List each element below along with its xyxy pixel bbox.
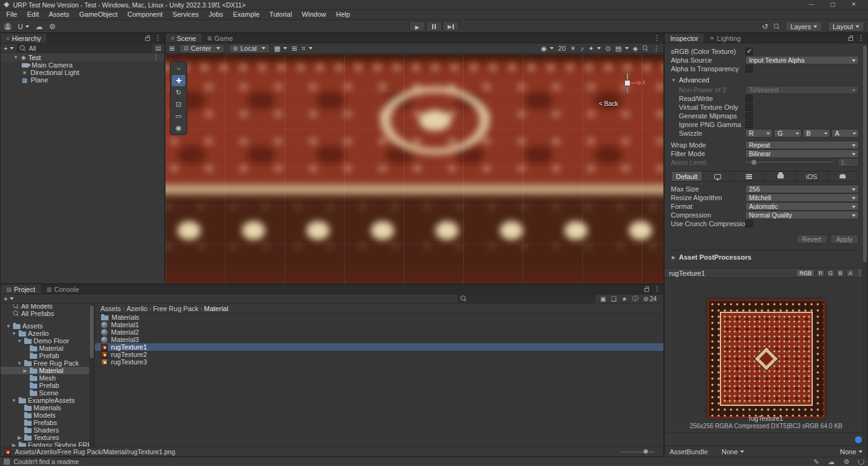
channel-rgb-button[interactable]: RGB xyxy=(796,269,815,277)
pause-button[interactable] xyxy=(426,21,442,32)
lock-icon[interactable] xyxy=(145,37,150,41)
scene-visibility-toggle[interactable]: ⊙ xyxy=(605,45,611,53)
tree-item-azerilo[interactable]: Azerilo xyxy=(1,330,89,337)
file-item-rugtexture2[interactable]: rugTexture2 xyxy=(95,351,663,358)
snap-increment-icon[interactable]: ⊞ xyxy=(291,45,297,53)
alpha-source-dropdown[interactable]: Input Texture Alpha xyxy=(745,56,859,64)
panel-menu-icon[interactable]: ⋮ xyxy=(653,286,660,292)
close-button[interactable]: ✕ xyxy=(843,0,864,9)
save-search-icon[interactable]: ★ xyxy=(622,296,627,302)
channel-r-button[interactable]: R xyxy=(817,269,825,277)
assetbundle-dropdown[interactable]: None xyxy=(722,448,744,455)
platform-tab-server[interactable] xyxy=(734,172,765,181)
wrap-mode-dropdown[interactable]: Repeat xyxy=(745,141,859,149)
tab-scene[interactable]: #Scene xyxy=(166,33,202,43)
file-item-materials[interactable]: Materials xyxy=(95,314,663,321)
thumbnail-size-slider[interactable] xyxy=(620,448,655,455)
scene-lighting-toggle[interactable]: ☀ xyxy=(570,45,576,53)
hierarchy-item-main-camera[interactable]: Main Camera xyxy=(1,61,164,69)
menu-help[interactable]: Help xyxy=(331,10,355,19)
panel-menu-icon[interactable]: ⋮ xyxy=(653,35,660,42)
tree-item-fantasy-skybox[interactable]: Fantasy Skybox FREE xyxy=(1,441,89,447)
tree-item-materials[interactable]: Materials xyxy=(1,404,89,411)
menu-example[interactable]: Example xyxy=(228,10,265,19)
file-item-rugtexture1[interactable]: rugTexture1 xyxy=(95,343,663,351)
tab-project[interactable]: ▤Project xyxy=(1,284,41,294)
scene-viewport[interactable]: ☞ ✚ ↻ ⊡ ▭ ◉ x < Back xyxy=(166,55,663,283)
overlay-menu-icon[interactable]: ⊞ xyxy=(169,45,175,53)
search-by-type-icon[interactable]: ▣ xyxy=(600,296,606,302)
revert-button[interactable]: Revert xyxy=(796,234,828,244)
orientation-dropdown[interactable]: ◍Local xyxy=(229,44,270,53)
cloud-icon[interactable]: ☁ xyxy=(35,22,43,31)
tree-item-models[interactable]: Models xyxy=(1,411,89,419)
gizmo-x-handle[interactable] xyxy=(637,81,641,85)
ignore-png-gamma-checkbox[interactable] xyxy=(745,121,753,128)
play-button[interactable] xyxy=(409,21,425,32)
platform-tab-standalone[interactable] xyxy=(702,172,733,181)
scene-menu-icon[interactable]: ⋮ xyxy=(653,45,660,52)
favorite-item[interactable]: All Prefabs xyxy=(1,310,89,317)
panel-menu-icon[interactable]: ⋮ xyxy=(154,35,161,42)
platform-tab-android[interactable] xyxy=(828,172,858,181)
menu-file[interactable]: File xyxy=(1,10,22,19)
channel-b-button[interactable]: B xyxy=(836,269,844,277)
tree-item-prefab[interactable]: Prefab xyxy=(1,352,89,359)
scrollbar-thumb[interactable] xyxy=(90,306,94,358)
progress-spinner-icon[interactable] xyxy=(858,459,864,465)
platform-tab-default[interactable]: Default xyxy=(671,172,702,181)
maximize-button[interactable]: ▢ xyxy=(822,0,843,9)
settings-icon[interactable]: ⚙ xyxy=(843,458,849,466)
hidden-packages-count[interactable]: ⊘24 xyxy=(643,296,657,302)
filter-mode-dropdown[interactable]: Bilinear xyxy=(745,149,859,158)
compression-dropdown[interactable]: Normal Quality xyxy=(745,211,859,219)
menu-services[interactable]: Services xyxy=(167,10,203,19)
console-message-icon[interactable] xyxy=(4,459,10,465)
rotate-tool-button[interactable]: ↻ xyxy=(172,87,185,98)
account-icon[interactable] xyxy=(4,22,12,30)
swizzle-a-dropdown[interactable]: A xyxy=(831,129,859,138)
view-tool-button[interactable]: ☞ xyxy=(172,63,185,74)
search-by-label-icon[interactable]: ❏ xyxy=(611,296,617,302)
scene-camera-settings-icon[interactable]: ◉ xyxy=(541,45,554,53)
format-dropdown[interactable]: Automatic xyxy=(745,202,859,211)
notification-dot[interactable] xyxy=(855,436,862,443)
tree-item-shaders[interactable]: Shaders xyxy=(1,426,89,434)
foldout-arrow[interactable] xyxy=(13,55,19,60)
scrollbar-thumb[interactable] xyxy=(863,45,867,262)
swizzle-b-dropdown[interactable]: B xyxy=(803,129,830,138)
tree-item-material[interactable]: Material xyxy=(1,345,89,352)
file-item-material3[interactable]: Material3 xyxy=(95,336,663,343)
crunch-compression-checkbox[interactable] xyxy=(745,220,753,227)
tab-lighting[interactable]: ☀Lighting xyxy=(704,33,746,43)
channel-a-button[interactable]: A xyxy=(846,269,854,277)
search-icon[interactable] xyxy=(774,24,780,30)
virtual-texture-checkbox[interactable] xyxy=(745,103,753,111)
panel-menu-icon[interactable]: ⋮ xyxy=(857,35,864,42)
menu-gameobject[interactable]: GameObject xyxy=(74,10,123,19)
tab-hierarchy[interactable]: ≡Hierarchy xyxy=(1,33,46,43)
status-message[interactable]: Couldn't find a readme xyxy=(14,458,79,465)
activity-icon[interactable]: ✎ xyxy=(813,458,819,466)
channel-g-button[interactable]: G xyxy=(826,269,835,277)
pivot-dropdown[interactable]: ⊡Center xyxy=(179,44,224,53)
scene-orientation-gizmo[interactable]: x < Back xyxy=(611,69,645,113)
create-asset-button[interactable]: + xyxy=(4,295,14,302)
assetbundle-variant-dropdown[interactable]: None xyxy=(840,448,862,455)
menu-window[interactable]: Window xyxy=(297,10,331,19)
step-button[interactable] xyxy=(443,21,459,32)
cloud-sync-icon[interactable]: ☁ xyxy=(828,458,835,466)
tree-item-exampleassets[interactable]: ExampleAssets xyxy=(1,397,89,404)
breadcrumb-material[interactable]: Material xyxy=(204,305,228,312)
layers-dropdown[interactable]: Layers xyxy=(786,21,822,32)
tree-scrollbar[interactable] xyxy=(89,304,94,447)
apply-button[interactable]: Apply xyxy=(830,234,859,244)
inspector-scrollbar[interactable] xyxy=(862,43,867,456)
max-size-dropdown[interactable]: 256 xyxy=(745,185,859,193)
file-item-material1[interactable]: Material1 xyxy=(95,321,663,328)
scene-search-icon[interactable] xyxy=(642,45,649,51)
gizmo-center-cube[interactable] xyxy=(625,81,630,86)
services-icon[interactable]: ⚙ xyxy=(49,22,56,31)
tab-game[interactable]: ⊞Game xyxy=(202,33,239,43)
layout-dropdown[interactable]: Layout xyxy=(828,21,864,32)
